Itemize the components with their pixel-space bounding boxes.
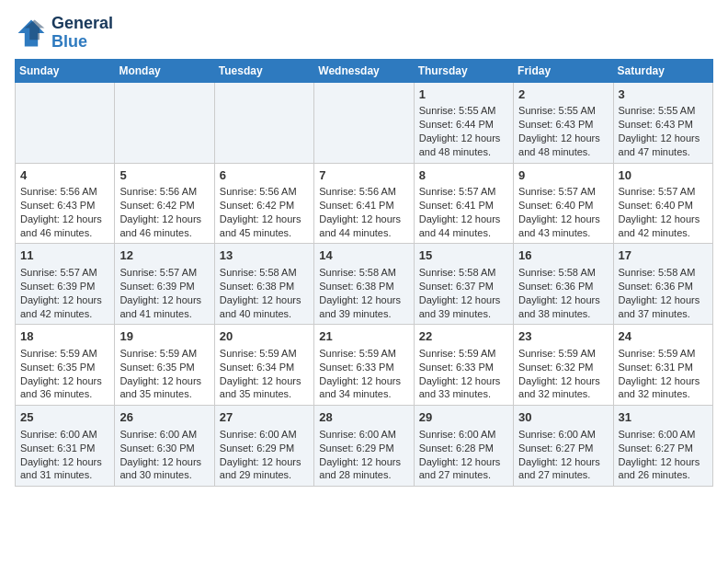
day-number: 31: [619, 409, 708, 426]
weekday-header-sunday: Sunday: [16, 59, 115, 82]
calendar-cell: 21Sunrise: 5:59 AM Sunset: 6:33 PM Dayli…: [314, 325, 414, 406]
day-number: 3: [619, 86, 708, 103]
weekday-header-saturday: Saturday: [613, 59, 712, 82]
calendar-cell: 15Sunrise: 5:58 AM Sunset: 6:37 PM Dayli…: [414, 244, 513, 325]
calendar-cell: 9Sunrise: 5:57 AM Sunset: 6:40 PM Daylig…: [514, 163, 613, 244]
calendar-cell: 4Sunrise: 5:56 AM Sunset: 6:43 PM Daylig…: [16, 163, 115, 244]
day-number: 19: [119, 328, 209, 345]
calendar-cell: 1Sunrise: 5:55 AM Sunset: 6:44 PM Daylig…: [414, 82, 513, 163]
day-number: 17: [619, 247, 708, 264]
day-number: 13: [220, 247, 309, 264]
week-row-3: 11Sunrise: 5:57 AM Sunset: 6:39 PM Dayli…: [16, 244, 713, 325]
week-row-4: 18Sunrise: 5:59 AM Sunset: 6:35 PM Dayli…: [16, 325, 713, 406]
day-info: Sunrise: 5:58 AM Sunset: 6:37 PM Dayligh…: [419, 266, 508, 320]
day-info: Sunrise: 5:56 AM Sunset: 6:42 PM Dayligh…: [220, 185, 309, 239]
day-info: Sunrise: 5:57 AM Sunset: 6:40 PM Dayligh…: [619, 185, 708, 239]
day-info: Sunrise: 6:00 AM Sunset: 6:29 PM Dayligh…: [319, 428, 408, 482]
day-info: Sunrise: 6:00 AM Sunset: 6:27 PM Dayligh…: [518, 428, 608, 482]
day-number: 12: [119, 247, 209, 264]
day-info: Sunrise: 5:59 AM Sunset: 6:35 PM Dayligh…: [20, 347, 109, 401]
logo-icon: [15, 17, 48, 50]
calendar-cell: 8Sunrise: 5:57 AM Sunset: 6:41 PM Daylig…: [414, 163, 513, 244]
day-number: 8: [419, 167, 508, 184]
day-info: Sunrise: 6:00 AM Sunset: 6:28 PM Dayligh…: [419, 428, 508, 482]
day-number: 22: [419, 328, 508, 345]
calendar-cell: 19Sunrise: 5:59 AM Sunset: 6:35 PM Dayli…: [115, 325, 214, 406]
calendar-cell: [16, 82, 115, 163]
day-info: Sunrise: 6:00 AM Sunset: 6:31 PM Dayligh…: [20, 428, 109, 482]
calendar-cell: 11Sunrise: 5:57 AM Sunset: 6:39 PM Dayli…: [16, 244, 115, 325]
weekday-header-thursday: Thursday: [414, 59, 513, 82]
calendar-cell: 23Sunrise: 5:59 AM Sunset: 6:32 PM Dayli…: [514, 325, 613, 406]
weekday-header-wednesday: Wednesday: [314, 59, 414, 82]
calendar-cell: [115, 82, 214, 163]
day-info: Sunrise: 5:59 AM Sunset: 6:34 PM Dayligh…: [220, 347, 309, 401]
day-info: Sunrise: 5:55 AM Sunset: 6:43 PM Dayligh…: [619, 104, 708, 158]
calendar-cell: 3Sunrise: 5:55 AM Sunset: 6:43 PM Daylig…: [613, 82, 712, 163]
day-info: Sunrise: 5:58 AM Sunset: 6:38 PM Dayligh…: [220, 266, 309, 320]
calendar-cell: 22Sunrise: 5:59 AM Sunset: 6:33 PM Dayli…: [414, 325, 513, 406]
calendar-cell: 14Sunrise: 5:58 AM Sunset: 6:38 PM Dayli…: [314, 244, 414, 325]
day-info: Sunrise: 5:58 AM Sunset: 6:38 PM Dayligh…: [319, 266, 408, 320]
calendar-cell: [214, 82, 313, 163]
logo: General Blue: [15, 15, 113, 52]
day-info: Sunrise: 6:00 AM Sunset: 6:29 PM Dayligh…: [220, 428, 309, 482]
day-info: Sunrise: 6:00 AM Sunset: 6:27 PM Dayligh…: [619, 428, 708, 482]
calendar-cell: 25Sunrise: 6:00 AM Sunset: 6:31 PM Dayli…: [16, 406, 115, 487]
day-info: Sunrise: 5:59 AM Sunset: 6:33 PM Dayligh…: [319, 347, 408, 401]
day-number: 21: [319, 328, 408, 345]
calendar-cell: 27Sunrise: 6:00 AM Sunset: 6:29 PM Dayli…: [214, 406, 313, 487]
week-row-1: 1Sunrise: 5:55 AM Sunset: 6:44 PM Daylig…: [16, 82, 713, 163]
calendar-cell: 7Sunrise: 5:56 AM Sunset: 6:41 PM Daylig…: [314, 163, 414, 244]
day-number: 23: [518, 328, 608, 345]
calendar-cell: 17Sunrise: 5:58 AM Sunset: 6:36 PM Dayli…: [613, 244, 712, 325]
day-number: 25: [20, 409, 109, 426]
page-header: General Blue: [15, 15, 713, 52]
day-info: Sunrise: 5:55 AM Sunset: 6:43 PM Dayligh…: [518, 104, 608, 158]
day-number: 2: [518, 86, 608, 103]
day-number: 9: [518, 167, 608, 184]
day-info: Sunrise: 5:56 AM Sunset: 6:42 PM Dayligh…: [119, 185, 209, 239]
calendar-cell: 2Sunrise: 5:55 AM Sunset: 6:43 PM Daylig…: [514, 82, 613, 163]
calendar-cell: 10Sunrise: 5:57 AM Sunset: 6:40 PM Dayli…: [613, 163, 712, 244]
day-info: Sunrise: 5:58 AM Sunset: 6:36 PM Dayligh…: [619, 266, 708, 320]
day-info: Sunrise: 5:58 AM Sunset: 6:36 PM Dayligh…: [518, 266, 608, 320]
calendar-cell: 24Sunrise: 5:59 AM Sunset: 6:31 PM Dayli…: [613, 325, 712, 406]
day-number: 27: [220, 409, 309, 426]
day-number: 10: [619, 167, 708, 184]
day-info: Sunrise: 6:00 AM Sunset: 6:30 PM Dayligh…: [119, 428, 209, 482]
calendar-cell: 12Sunrise: 5:57 AM Sunset: 6:39 PM Dayli…: [115, 244, 214, 325]
calendar-cell: 26Sunrise: 6:00 AM Sunset: 6:30 PM Dayli…: [115, 406, 214, 487]
day-number: 4: [20, 167, 109, 184]
weekday-header-monday: Monday: [115, 59, 214, 82]
calendar-table: SundayMondayTuesdayWednesdayThursdayFrid…: [15, 59, 713, 488]
day-number: 5: [119, 167, 209, 184]
day-number: 6: [220, 167, 309, 184]
weekday-header-row: SundayMondayTuesdayWednesdayThursdayFrid…: [16, 59, 713, 82]
week-row-2: 4Sunrise: 5:56 AM Sunset: 6:43 PM Daylig…: [16, 163, 713, 244]
week-row-5: 25Sunrise: 6:00 AM Sunset: 6:31 PM Dayli…: [16, 406, 713, 487]
weekday-header-tuesday: Tuesday: [214, 59, 313, 82]
day-number: 7: [319, 167, 408, 184]
day-number: 24: [619, 328, 708, 345]
day-number: 1: [419, 86, 508, 103]
calendar-cell: 31Sunrise: 6:00 AM Sunset: 6:27 PM Dayli…: [613, 406, 712, 487]
calendar-cell: 30Sunrise: 6:00 AM Sunset: 6:27 PM Dayli…: [514, 406, 613, 487]
calendar-cell: 6Sunrise: 5:56 AM Sunset: 6:42 PM Daylig…: [214, 163, 313, 244]
day-number: 30: [518, 409, 608, 426]
day-number: 28: [319, 409, 408, 426]
day-number: 15: [419, 247, 508, 264]
calendar-cell: 5Sunrise: 5:56 AM Sunset: 6:42 PM Daylig…: [115, 163, 214, 244]
day-number: 26: [119, 409, 209, 426]
day-number: 14: [319, 247, 408, 264]
calendar-cell: 18Sunrise: 5:59 AM Sunset: 6:35 PM Dayli…: [16, 325, 115, 406]
day-info: Sunrise: 5:57 AM Sunset: 6:40 PM Dayligh…: [518, 185, 608, 239]
day-info: Sunrise: 5:56 AM Sunset: 6:43 PM Dayligh…: [20, 185, 109, 239]
day-info: Sunrise: 5:59 AM Sunset: 6:32 PM Dayligh…: [518, 347, 608, 401]
day-info: Sunrise: 5:59 AM Sunset: 6:35 PM Dayligh…: [119, 347, 209, 401]
calendar-cell: 28Sunrise: 6:00 AM Sunset: 6:29 PM Dayli…: [314, 406, 414, 487]
day-info: Sunrise: 5:57 AM Sunset: 6:39 PM Dayligh…: [119, 266, 209, 320]
weekday-header-friday: Friday: [514, 59, 613, 82]
calendar-cell: 29Sunrise: 6:00 AM Sunset: 6:28 PM Dayli…: [414, 406, 513, 487]
calendar-cell: [314, 82, 414, 163]
